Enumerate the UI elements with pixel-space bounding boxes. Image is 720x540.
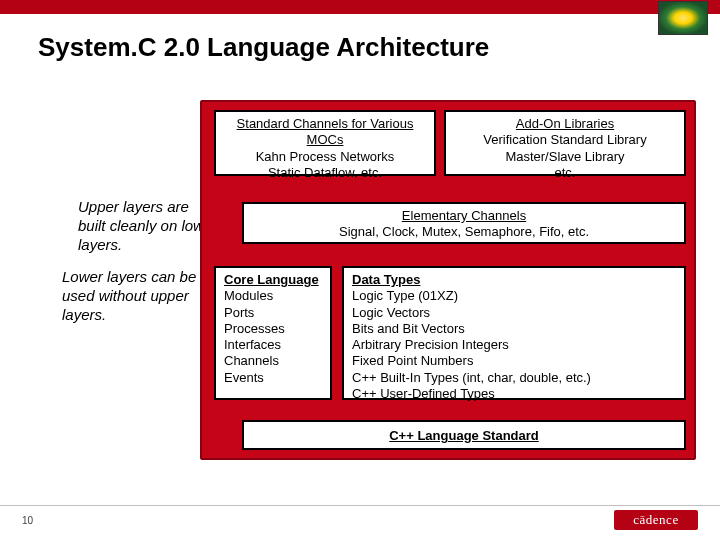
architecture-diagram: Standard Channels for Various MOCs Kahn …	[200, 100, 696, 460]
box-core-language: Core Language Modules Ports Processes In…	[214, 266, 332, 400]
slide-title: System.C 2.0 Language Architecture	[0, 14, 720, 63]
line: etc.	[454, 165, 676, 181]
list-item: Fixed Point Numbers	[352, 353, 676, 369]
list-item: Logic Type (01XZ)	[352, 288, 676, 304]
list-item: Modules	[224, 288, 322, 304]
list-item: Ports	[224, 305, 322, 321]
list-item: Interfaces	[224, 337, 322, 353]
list-item: Events	[224, 370, 322, 386]
box-data-types: Data Types Logic Type (01XZ) Logic Vecto…	[342, 266, 686, 400]
box-standard-channels: Standard Channels for Various MOCs Kahn …	[214, 110, 436, 176]
list-item: Logic Vectors	[352, 305, 676, 321]
list-item: Channels	[224, 353, 322, 369]
line: Static Dataflow, etc.	[224, 165, 426, 181]
heading: Add-On Libraries	[454, 116, 676, 132]
box-elementary-channels: Elementary Channels Signal, Clock, Mutex…	[242, 202, 686, 244]
logo-text: cādence	[614, 510, 698, 530]
list-item: Arbitrary Precision Integers	[352, 337, 676, 353]
line: Master/Slave Library	[454, 149, 676, 165]
page-number: 10	[22, 515, 33, 526]
heading: C++ Language Standard	[389, 428, 539, 443]
note-lower-layers: Lower layers can be used without upper l…	[62, 268, 202, 324]
footer-rule	[0, 505, 720, 506]
heading: Standard Channels for Various MOCs	[224, 116, 426, 149]
box-addon-libraries: Add-On Libraries Verification Standard L…	[444, 110, 686, 176]
cadence-logo: cādence	[614, 510, 698, 530]
heading: Core Language	[224, 272, 322, 288]
heading: Elementary Channels	[252, 208, 676, 224]
note-upper-layers: Upper layers are built cleanly on lower …	[78, 198, 218, 254]
list-item: C++ Built-In Types (int, char, double, e…	[352, 370, 676, 386]
corner-graphic	[658, 1, 708, 35]
top-bar	[0, 0, 720, 14]
line: Verification Standard Library	[454, 132, 676, 148]
list-item: C++ User-Defined Types	[352, 386, 676, 402]
box-cpp-standard: C++ Language Standard	[242, 420, 686, 450]
list-item: Bits and Bit Vectors	[352, 321, 676, 337]
line: Kahn Process Networks	[224, 149, 426, 165]
list-item: Processes	[224, 321, 322, 337]
line: Signal, Clock, Mutex, Semaphore, Fifo, e…	[252, 224, 676, 240]
heading: Data Types	[352, 272, 676, 288]
